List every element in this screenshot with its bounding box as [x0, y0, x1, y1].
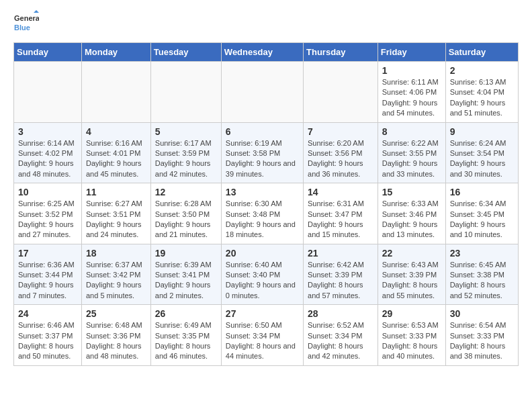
day-number: 25: [86, 308, 146, 319]
day-number: 3: [18, 126, 77, 137]
calendar-cell: 20Sunrise: 6:40 AM Sunset: 3:40 PM Dayli…: [221, 244, 303, 305]
calendar-cell: 14Sunrise: 6:31 AM Sunset: 3:47 PM Dayli…: [304, 183, 378, 244]
calendar-cell: 29Sunrise: 6:53 AM Sunset: 3:33 PM Dayli…: [378, 305, 445, 366]
calendar-cell: 17Sunrise: 6:36 AM Sunset: 3:44 PM Dayli…: [14, 244, 82, 305]
day-number: 8: [382, 126, 441, 137]
day-info: Sunrise: 6:20 AM Sunset: 3:56 PM Dayligh…: [308, 138, 373, 180]
calendar-cell: [14, 62, 82, 123]
weekday-header: Wednesday: [221, 43, 303, 62]
day-info: Sunrise: 6:24 AM Sunset: 3:54 PM Dayligh…: [450, 138, 514, 180]
calendar-week-row: 24Sunrise: 6:46 AM Sunset: 3:37 PM Dayli…: [14, 305, 519, 366]
weekday-header: Thursday: [304, 43, 378, 62]
day-number: 7: [308, 126, 373, 137]
day-number: 10: [18, 187, 77, 197]
calendar-table: SundayMondayTuesdayWednesdayThursdayFrid…: [13, 42, 519, 366]
day-number: 21: [308, 248, 373, 259]
day-info: Sunrise: 6:46 AM Sunset: 3:37 PM Dayligh…: [18, 320, 77, 362]
day-info: Sunrise: 6:30 AM Sunset: 3:48 PM Dayligh…: [226, 199, 299, 240]
day-info: Sunrise: 6:50 AM Sunset: 3:34 PM Dayligh…: [226, 320, 299, 362]
day-info: Sunrise: 6:36 AM Sunset: 3:44 PM Dayligh…: [18, 260, 77, 302]
day-number: 20: [226, 248, 299, 259]
calendar-cell: 30Sunrise: 6:54 AM Sunset: 3:33 PM Dayli…: [445, 305, 518, 366]
day-number: 27: [226, 308, 299, 319]
day-info: Sunrise: 6:39 AM Sunset: 3:41 PM Dayligh…: [155, 260, 217, 302]
calendar-cell: 22Sunrise: 6:43 AM Sunset: 3:39 PM Dayli…: [378, 244, 445, 305]
calendar-cell: 10Sunrise: 6:25 AM Sunset: 3:52 PM Dayli…: [14, 183, 82, 244]
day-info: Sunrise: 6:42 AM Sunset: 3:39 PM Dayligh…: [308, 260, 373, 302]
logo-svg: General Blue: [13, 10, 39, 36]
calendar-cell: 5Sunrise: 6:17 AM Sunset: 3:59 PM Daylig…: [150, 122, 221, 183]
day-number: 17: [18, 248, 77, 259]
day-number: 2: [450, 65, 514, 76]
day-info: Sunrise: 6:11 AM Sunset: 4:06 PM Dayligh…: [382, 77, 441, 119]
day-info: Sunrise: 6:16 AM Sunset: 4:01 PM Dayligh…: [86, 138, 146, 180]
logo: General Blue: [13, 10, 39, 36]
day-number: 5: [155, 126, 217, 137]
calendar-cell: [221, 62, 303, 123]
day-info: Sunrise: 6:19 AM Sunset: 3:58 PM Dayligh…: [226, 138, 299, 180]
day-info: Sunrise: 6:49 AM Sunset: 3:35 PM Dayligh…: [155, 320, 217, 362]
day-number: 24: [18, 308, 77, 319]
day-number: 1: [382, 65, 441, 76]
weekday-header: Monday: [81, 43, 150, 62]
svg-marker-2: [34, 10, 39, 13]
calendar-week-row: 3Sunrise: 6:14 AM Sunset: 4:02 PM Daylig…: [14, 122, 519, 183]
day-info: Sunrise: 6:14 AM Sunset: 4:02 PM Dayligh…: [18, 138, 77, 180]
calendar-week-row: 10Sunrise: 6:25 AM Sunset: 3:52 PM Dayli…: [14, 183, 519, 244]
calendar-cell: 13Sunrise: 6:30 AM Sunset: 3:48 PM Dayli…: [221, 183, 303, 244]
day-number: 19: [155, 248, 217, 259]
day-info: Sunrise: 6:37 AM Sunset: 3:42 PM Dayligh…: [86, 260, 146, 302]
day-number: 28: [308, 308, 373, 319]
day-number: 26: [155, 308, 217, 319]
weekday-header: Tuesday: [150, 43, 221, 62]
day-info: Sunrise: 6:25 AM Sunset: 3:52 PM Dayligh…: [18, 199, 77, 240]
calendar-cell: 12Sunrise: 6:28 AM Sunset: 3:50 PM Dayli…: [150, 183, 221, 244]
day-number: 6: [226, 126, 299, 137]
day-info: Sunrise: 6:40 AM Sunset: 3:40 PM Dayligh…: [226, 260, 299, 302]
calendar-cell: 18Sunrise: 6:37 AM Sunset: 3:42 PM Dayli…: [81, 244, 150, 305]
calendar-cell: 21Sunrise: 6:42 AM Sunset: 3:39 PM Dayli…: [304, 244, 378, 305]
day-info: Sunrise: 6:27 AM Sunset: 3:51 PM Dayligh…: [86, 199, 146, 240]
day-number: 29: [382, 308, 441, 319]
svg-text:General: General: [14, 14, 39, 22]
calendar-cell: [81, 62, 150, 123]
day-info: Sunrise: 6:31 AM Sunset: 3:47 PM Dayligh…: [308, 199, 373, 240]
day-info: Sunrise: 6:43 AM Sunset: 3:39 PM Dayligh…: [382, 260, 441, 302]
calendar-cell: [150, 62, 221, 123]
day-info: Sunrise: 6:53 AM Sunset: 3:33 PM Dayligh…: [382, 320, 441, 362]
day-number: 13: [226, 187, 299, 197]
day-info: Sunrise: 6:34 AM Sunset: 3:45 PM Dayligh…: [450, 199, 514, 240]
calendar-cell: 7Sunrise: 6:20 AM Sunset: 3:56 PM Daylig…: [304, 122, 378, 183]
calendar-cell: 23Sunrise: 6:45 AM Sunset: 3:38 PM Dayli…: [445, 244, 518, 305]
svg-text:Blue: Blue: [14, 24, 30, 32]
calendar-cell: 6Sunrise: 6:19 AM Sunset: 3:58 PM Daylig…: [221, 122, 303, 183]
day-number: 23: [450, 248, 514, 259]
day-info: Sunrise: 6:45 AM Sunset: 3:38 PM Dayligh…: [450, 260, 514, 302]
calendar-cell: 26Sunrise: 6:49 AM Sunset: 3:35 PM Dayli…: [150, 305, 221, 366]
day-number: 9: [450, 126, 514, 137]
day-number: 14: [308, 187, 373, 197]
day-info: Sunrise: 6:17 AM Sunset: 3:59 PM Dayligh…: [155, 138, 217, 180]
day-info: Sunrise: 6:33 AM Sunset: 3:46 PM Dayligh…: [382, 199, 441, 240]
day-number: 12: [155, 187, 217, 197]
calendar-cell: 28Sunrise: 6:52 AM Sunset: 3:34 PM Dayli…: [304, 305, 378, 366]
day-number: 4: [86, 126, 146, 137]
day-info: Sunrise: 6:28 AM Sunset: 3:50 PM Dayligh…: [155, 199, 217, 240]
calendar-cell: 27Sunrise: 6:50 AM Sunset: 3:34 PM Dayli…: [221, 305, 303, 366]
day-info: Sunrise: 6:52 AM Sunset: 3:34 PM Dayligh…: [308, 320, 373, 362]
calendar-header-row: SundayMondayTuesdayWednesdayThursdayFrid…: [14, 43, 519, 62]
calendar-cell: 16Sunrise: 6:34 AM Sunset: 3:45 PM Dayli…: [445, 183, 518, 244]
calendar-cell: 8Sunrise: 6:22 AM Sunset: 3:55 PM Daylig…: [378, 122, 445, 183]
weekday-header: Saturday: [445, 43, 518, 62]
logo-icon: General Blue: [13, 10, 39, 36]
page-header: General Blue: [13, 10, 519, 36]
calendar-cell: 9Sunrise: 6:24 AM Sunset: 3:54 PM Daylig…: [445, 122, 518, 183]
day-info: Sunrise: 6:54 AM Sunset: 3:33 PM Dayligh…: [450, 320, 514, 362]
calendar-cell: [304, 62, 378, 123]
day-number: 22: [382, 248, 441, 259]
day-info: Sunrise: 6:13 AM Sunset: 4:04 PM Dayligh…: [450, 77, 514, 119]
calendar-cell: 11Sunrise: 6:27 AM Sunset: 3:51 PM Dayli…: [81, 183, 150, 244]
day-info: Sunrise: 6:22 AM Sunset: 3:55 PM Dayligh…: [382, 138, 441, 180]
day-number: 16: [450, 187, 514, 197]
calendar-week-row: 17Sunrise: 6:36 AM Sunset: 3:44 PM Dayli…: [14, 244, 519, 305]
